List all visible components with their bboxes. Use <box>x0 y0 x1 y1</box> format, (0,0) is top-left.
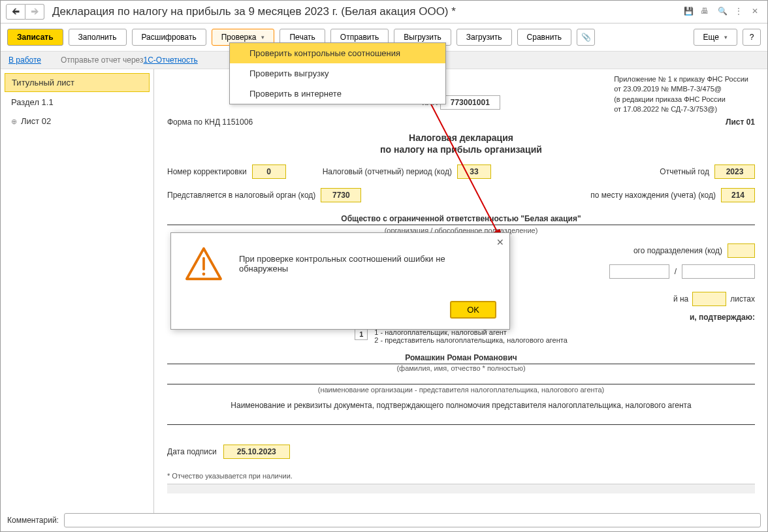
correction-label: Номер корректировки <box>167 167 247 176</box>
svg-point-2 <box>202 273 206 276</box>
year-label: Отчетный год <box>660 167 709 176</box>
subdivision-label: ого подразделения (код) <box>633 246 722 255</box>
sheets-label-1: й на <box>673 294 688 304</box>
sheets-label-2: листах <box>730 294 755 304</box>
phone-field-1[interactable] <box>609 264 669 279</box>
org-name: Общество с ограниченной ответственностью… <box>167 214 755 225</box>
save-button[interactable]: Записать <box>7 29 63 46</box>
representative-sub: (фамилия, имя, отчество * полностью) <box>167 364 755 372</box>
decrypt-button[interactable]: Расшифровать <box>132 29 206 46</box>
form-knd-label: Форма по КНД 1151006 <box>167 117 253 127</box>
window-title: Декларация по налогу на прибыль за 9 мес… <box>52 5 684 18</box>
dd-item-check-internet[interactable]: Проверить в интернете <box>230 84 445 104</box>
tax-org-label: Представляется в налоговый орган (код) <box>167 191 315 200</box>
modal-ok-button[interactable]: OK <box>450 301 496 319</box>
save-icon[interactable]: 💾 <box>684 7 694 17</box>
print-icon[interactable]: 🖶 <box>701 7 711 17</box>
hint-text: Отправьте отчет через <box>61 55 144 65</box>
correction-field[interactable]: 0 <box>252 164 286 179</box>
sidebar: Титульный лист Раздел 1.1 Лист 02 <box>1 69 154 524</box>
compare-button[interactable]: Сравнить <box>517 29 571 46</box>
phone-field-2[interactable] <box>682 264 755 279</box>
period-label: Налоговый (отчетный) период (код) <box>323 167 452 176</box>
zoom-icon[interactable]: 🔍 <box>718 7 728 17</box>
place-field[interactable]: 214 <box>721 188 755 202</box>
warning-icon <box>184 246 223 281</box>
download-button[interactable]: Загрузить <box>456 29 512 46</box>
footnote: * Отчество указывается при наличии. <box>167 472 755 480</box>
check-dropdown-menu: Проверить контрольные соотношения Провер… <box>229 42 446 104</box>
subdivision-field[interactable] <box>728 243 755 258</box>
hint-link[interactable]: 1С-Отчетность <box>144 55 198 65</box>
dd-item-check-upload[interactable]: Проверить выгрузку <box>230 63 445 84</box>
dd-item-check-relations[interactable]: Проверить контрольные соотношения <box>230 43 445 63</box>
nav-forward-button[interactable]: 🡲 <box>25 4 44 20</box>
attach-button[interactable]: 📎 <box>577 29 595 46</box>
modal-close-button[interactable]: ✕ <box>496 237 504 247</box>
doc-title: Налоговая декларация по налогу на прибыл… <box>167 132 755 155</box>
sidebar-item-title-sheet[interactable]: Титульный лист <box>5 73 150 92</box>
period-field[interactable]: 33 <box>457 164 491 179</box>
payer-legend: 1 - налогоплательщик, налоговый агент 2 … <box>374 328 568 344</box>
rep-org-sub: (наименование организации - представител… <box>167 386 755 394</box>
payer-code-field[interactable]: 1 <box>355 328 368 340</box>
status-link[interactable]: В работе <box>8 55 41 65</box>
sign-date-field[interactable]: 25.10.2023 <box>223 445 290 459</box>
kpp-field[interactable]: 773001001 <box>440 95 500 110</box>
tax-org-field[interactable]: 7730 <box>321 188 361 202</box>
sheet-number: Лист 01 <box>726 117 755 127</box>
check-result-modal: ✕ При проверке контрольных соотношений о… <box>170 232 510 330</box>
sheets-field[interactable] <box>692 292 726 306</box>
comment-label: Комментарий: <box>7 516 59 525</box>
modal-message: При проверке контрольных соотношений оши… <box>239 254 496 274</box>
more-button[interactable]: Еще <box>694 29 737 46</box>
nav-back-button[interactable]: 🡰 <box>6 4 25 20</box>
auth-doc-text: Наименование и реквизиты документа, подт… <box>167 400 755 411</box>
representative-name: Ромашкин Роман Романович <box>167 353 755 364</box>
fill-button[interactable]: Заполнить <box>69 29 127 46</box>
close-icon[interactable]: ✕ <box>752 7 762 17</box>
appendix-info: Приложение № 1 к приказу ФНС России от 2… <box>614 74 748 115</box>
sign-date-label: Дата подписи <box>167 447 217 456</box>
place-label: по месту нахождения (учета) (код) <box>590 191 716 200</box>
comment-input[interactable] <box>64 513 761 527</box>
year-field[interactable]: 2023 <box>714 164 755 179</box>
sidebar-item-sheet-02[interactable]: Лист 02 <box>5 112 150 130</box>
sidebar-item-section-1-1[interactable]: Раздел 1.1 <box>5 93 150 111</box>
help-button[interactable]: ? <box>743 29 761 46</box>
kebab-icon[interactable]: ⋮ <box>735 7 745 17</box>
horizontal-scrollbar[interactable] <box>167 484 755 493</box>
